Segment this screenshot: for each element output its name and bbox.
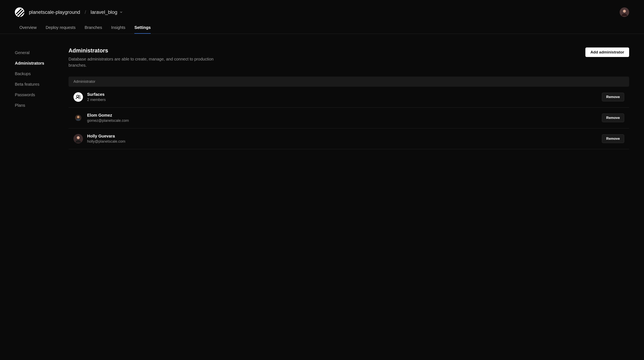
- sidebar-item-passwords[interactable]: Passwords: [15, 90, 62, 100]
- breadcrumb: planetscale-playground / laravel_blog: [29, 9, 122, 15]
- planetscale-logo[interactable]: [15, 8, 24, 17]
- admin-name: Holly Guevara: [87, 134, 125, 138]
- breadcrumb-separator: /: [85, 9, 86, 15]
- page-subtitle: Database administrators are able to crea…: [68, 56, 230, 68]
- breadcrumb-db-label: laravel_blog: [90, 9, 117, 15]
- admin-row: Elom Gomez gomez@planetscale.com Remove: [68, 108, 629, 128]
- remove-button[interactable]: Remove: [602, 114, 624, 122]
- tab-deploy-requests[interactable]: Deploy requests: [46, 22, 76, 34]
- tab-settings[interactable]: Settings: [134, 22, 151, 34]
- table-header: Administrator: [68, 76, 629, 87]
- user-avatar: [75, 115, 81, 121]
- tab-overview[interactable]: Overview: [20, 22, 36, 34]
- remove-button[interactable]: Remove: [602, 134, 624, 143]
- svg-point-8: [77, 136, 80, 139]
- breadcrumb-db[interactable]: laravel_blog: [90, 9, 122, 15]
- sidebar-item-general[interactable]: General: [15, 48, 62, 58]
- group-icon: [74, 92, 83, 102]
- tabs: Overview Deploy requests Branches Insigh…: [0, 22, 644, 34]
- admin-meta: gomez@planetscale.com: [87, 118, 129, 123]
- sidebar-item-backups[interactable]: Backups: [15, 68, 62, 79]
- page-title: Administrators: [68, 48, 230, 54]
- tab-insights[interactable]: Insights: [111, 22, 125, 34]
- chevron-down-icon[interactable]: [120, 11, 122, 14]
- add-administrator-button[interactable]: Add administrator: [586, 48, 629, 57]
- sidebar-item-administrators[interactable]: Administrators: [15, 58, 62, 68]
- admin-name: Elom Gomez: [87, 113, 129, 118]
- admin-name: Surfaces: [87, 92, 106, 97]
- admin-meta: holly@planetscale.com: [87, 139, 125, 144]
- svg-point-6: [77, 116, 80, 118]
- sidebar-item-beta-features[interactable]: Beta features: [15, 79, 62, 90]
- admin-row: Holly Guevara holly@planetscale.com Remo…: [68, 128, 629, 149]
- settings-sidebar: General Administrators Backups Beta feat…: [15, 48, 62, 149]
- user-avatar: [74, 134, 83, 144]
- remove-button[interactable]: Remove: [602, 93, 624, 101]
- svg-point-2: [623, 10, 626, 12]
- sidebar-item-plans[interactable]: Plans: [15, 100, 62, 111]
- breadcrumb-org[interactable]: planetscale-playground: [29, 9, 80, 15]
- admin-meta: 2 members: [87, 98, 106, 102]
- svg-point-0: [15, 8, 24, 17]
- admin-row: Surfaces 2 members Remove: [68, 87, 629, 108]
- profile-avatar[interactable]: [620, 8, 629, 17]
- tab-branches[interactable]: Branches: [85, 22, 102, 34]
